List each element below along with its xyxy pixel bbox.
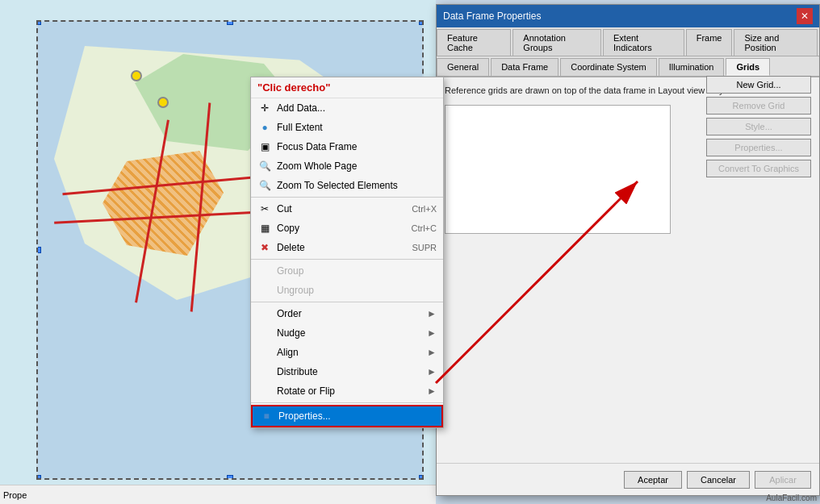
context-menu: "Clic derecho" ✛ Add Data... ● Full Exte… (250, 77, 444, 428)
selection-handle-ml[interactable] (38, 247, 41, 253)
distribute-icon (257, 364, 272, 379)
menu-item-delete[interactable]: ✖ Delete SUPR (251, 238, 443, 257)
selection-handle-br[interactable] (419, 475, 422, 478)
zoom-whole-icon: 🔍 (257, 159, 272, 173)
menu-item-properties[interactable]: ■ Properties... (251, 405, 443, 427)
map-status-bar: Prope (0, 485, 436, 504)
menu-item-group[interactable]: Group (251, 261, 443, 281)
context-menu-title: "Clic derecho" (251, 77, 443, 98)
menu-item-ungroup[interactable]: Ungroup (251, 281, 443, 300)
delete-icon: ✖ (257, 240, 272, 255)
selection-handle-tm[interactable] (227, 22, 233, 25)
scissors-icon: ✂ (257, 202, 272, 216)
style-button[interactable]: Style... (706, 118, 811, 135)
selection-handle-tr[interactable] (419, 22, 422, 25)
rotate-arrow-icon: ► (427, 385, 437, 397)
menu-item-full-extent[interactable]: ● Full Extent (251, 118, 443, 137)
nudge-arrow-icon: ► (427, 327, 437, 339)
properties-icon: ■ (259, 409, 274, 423)
separator-3 (251, 302, 443, 302)
cancelar-button[interactable]: Cancelar (687, 471, 750, 489)
aceptar-button[interactable]: Aceptar (624, 471, 682, 489)
menu-item-zoom-whole[interactable]: 🔍 Zoom Whole Page (251, 156, 443, 176)
zoom-selected-icon: 🔍 (257, 178, 272, 193)
new-grid-button[interactable]: New Grid... (706, 76, 811, 94)
separator-1 (251, 197, 443, 198)
remove-grid-button[interactable]: Remove Grid (706, 97, 811, 115)
dialog-action-buttons: New Grid... Remove Grid Style... Propert… (706, 76, 811, 177)
map-marker-2 (157, 97, 169, 108)
selection-handle-tl[interactable] (38, 22, 41, 25)
aplicar-button[interactable]: Aplicar (755, 471, 811, 489)
menu-item-order[interactable]: Order ► (251, 304, 443, 323)
separator-4 (251, 402, 443, 403)
menu-item-copy[interactable]: ▦ Copy Ctrl+C (251, 219, 443, 238)
menu-item-cut[interactable]: ✂ Cut Ctrl+X (251, 199, 443, 219)
separator-2 (251, 259, 443, 260)
focus-icon: ▣ (257, 140, 272, 154)
dialog-close-button[interactable]: ✕ (797, 8, 813, 24)
menu-item-focus-data-frame[interactable]: ▣ Focus Data Frame (251, 137, 443, 156)
tab-general[interactable]: General (437, 58, 489, 76)
add-data-icon: ✛ (257, 101, 272, 115)
tab-coordinate-system[interactable]: Coordinate System (560, 58, 657, 76)
nudge-icon (257, 326, 272, 340)
tab-grids[interactable]: Grids (726, 58, 770, 76)
tab-size-position[interactable]: Size and Position (734, 29, 818, 56)
menu-item-zoom-selected[interactable]: 🔍 Zoom To Selected Elements (251, 176, 443, 195)
menu-item-distribute[interactable]: Distribute ► (251, 362, 443, 381)
tab-extent-indicators[interactable]: Extent Indicators (603, 29, 684, 56)
grid-preview-area (445, 105, 671, 234)
convert-graphics-button[interactable]: Convert To Graphics (706, 160, 811, 177)
menu-item-rotate-flip[interactable]: Rotate or Flip ► (251, 381, 443, 401)
tab-feature-cache[interactable]: Feature Cache (437, 29, 511, 56)
selection-handle-bm[interactable] (227, 475, 233, 478)
group-icon (257, 264, 272, 278)
selection-handle-bl[interactable] (38, 475, 41, 478)
map-marker-1 (131, 70, 142, 81)
tab-frame[interactable]: Frame (686, 29, 733, 56)
tab-illumination[interactable]: Illumination (659, 58, 725, 76)
distribute-arrow-icon: ► (427, 366, 437, 377)
dialog-tabs-row2: General Data Frame Coordinate System Ill… (437, 56, 819, 77)
properties-dialog-button[interactable]: Properties... (706, 139, 811, 156)
rotate-icon (257, 384, 272, 398)
align-arrow-icon: ► (427, 347, 437, 358)
order-arrow-icon: ► (427, 308, 437, 319)
data-frame-properties-dialog: Data Frame Properties ✕ Feature Cache An… (436, 4, 820, 496)
globe-icon: ● (257, 120, 272, 135)
status-text: Prope (3, 490, 27, 500)
menu-item-align[interactable]: Align ► (251, 343, 443, 362)
dialog-footer: Aceptar Cancelar Aplicar (437, 463, 819, 495)
dialog-titlebar: Data Frame Properties ✕ (437, 5, 819, 27)
dialog-tabs-row1: Feature Cache Annotation Groups Extent I… (437, 27, 819, 56)
copy-icon: ▦ (257, 221, 272, 235)
watermark: AulaFacil.com (766, 494, 817, 502)
tab-data-frame[interactable]: Data Frame (491, 58, 559, 76)
menu-item-nudge[interactable]: Nudge ► (251, 323, 443, 343)
order-icon (257, 306, 272, 321)
dialog-title: Data Frame Properties (443, 10, 541, 22)
tab-annotation-groups[interactable]: Annotation Groups (512, 29, 601, 56)
menu-item-add-data[interactable]: ✛ Add Data... (251, 98, 443, 118)
align-icon (257, 345, 272, 360)
ungroup-icon (257, 283, 272, 298)
